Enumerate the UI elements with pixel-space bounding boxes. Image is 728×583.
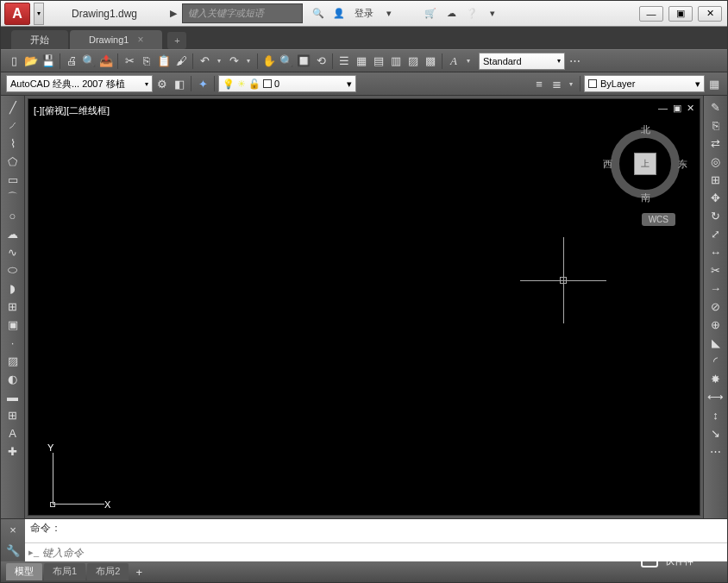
xline-icon[interactable]: ⟋ <box>4 117 22 133</box>
table-icon[interactable]: ⊞ <box>4 407 22 423</box>
maximize-button[interactable]: ▣ <box>668 6 693 22</box>
viewport-close-icon[interactable]: ✕ <box>687 103 694 114</box>
move-icon[interactable]: ✥ <box>707 190 725 205</box>
sheet-icon[interactable]: ▥ <box>388 53 404 69</box>
pan-icon[interactable]: ✋ <box>261 53 277 69</box>
layer-props-icon[interactable]: ✦ <box>195 76 210 91</box>
dim-icon[interactable]: ⟷ <box>707 389 725 404</box>
compass-west[interactable]: 西 <box>603 158 612 171</box>
viewcube[interactable]: 上 北 南 东 西 <box>606 125 684 203</box>
extend-icon[interactable]: → <box>707 280 725 296</box>
match-icon[interactable]: 🖌 <box>173 53 189 69</box>
add-tab-button[interactable]: + <box>167 32 186 49</box>
file-tab-start[interactable]: 开始 <box>11 30 68 49</box>
calc-icon[interactable]: ▩ <box>423 53 438 69</box>
help-icon[interactable]: ❔ <box>463 5 480 22</box>
layout-tab-model[interactable]: 模型 <box>6 563 42 580</box>
text-style-dropdown[interactable]: Standard▾ <box>479 53 565 70</box>
layer-dropdown[interactable]: 💡 ☀ 🔓 0 ▾ <box>218 75 356 92</box>
point-icon[interactable]: · <box>4 335 22 350</box>
search-box[interactable]: 键入关键字或短语 <box>182 3 303 23</box>
undo-icon[interactable]: ↶ <box>197 53 212 69</box>
ws-toggle-icon[interactable]: ◧ <box>172 76 187 91</box>
login-drop[interactable]: ▾ <box>380 5 398 22</box>
ellipsearc-icon[interactable]: ◗ <box>4 280 22 296</box>
cmd-config-icon[interactable]: 🔧 <box>4 543 22 559</box>
app-menu-dropdown[interactable]: ▾ <box>34 3 44 25</box>
redo-icon[interactable]: ↷ <box>226 53 242 69</box>
compass-north[interactable]: 北 <box>641 123 650 136</box>
revcloud-icon[interactable]: ☁ <box>4 226 22 241</box>
addsel-icon[interactable]: ✚ <box>4 443 22 459</box>
gradient-icon[interactable]: ◐ <box>4 371 22 386</box>
layout-tab-1[interactable]: 布局1 <box>44 563 85 580</box>
app-menu-button[interactable]: A <box>4 3 30 25</box>
scale-icon[interactable]: ⤢ <box>707 226 725 241</box>
array-icon[interactable]: ⊞ <box>707 172 725 187</box>
break-icon[interactable]: ⊘ <box>707 298 725 314</box>
pline-icon[interactable]: ⌇ <box>4 135 22 151</box>
search-icon[interactable]: 🔍 <box>310 5 327 22</box>
drawing-canvas[interactable]: [-][俯视][二维线框] — ▣ ✕ 上 北 南 东 西 WCS Y X <box>28 98 700 516</box>
mirror-icon[interactable]: ⇄ <box>707 135 725 151</box>
fillet-icon[interactable]: ◜ <box>707 353 725 368</box>
account-icon[interactable]: 👤 <box>330 5 348 22</box>
preview-icon[interactable]: 🔍 <box>81 53 97 69</box>
compass-east[interactable]: 东 <box>678 158 687 171</box>
arc-icon[interactable]: ⌒ <box>4 190 22 205</box>
layout-tab-2[interactable]: 布局2 <box>87 563 129 580</box>
tool-icon[interactable]: ▤ <box>371 53 386 69</box>
text-a-icon[interactable]: A <box>446 53 461 69</box>
exchange-icon[interactable]: 🛒 <box>422 5 439 22</box>
spline-icon[interactable]: ∿ <box>4 244 22 260</box>
zoomprev-icon[interactable]: ⟲ <box>313 53 329 69</box>
offset-icon[interactable]: ◎ <box>707 154 725 169</box>
viewcube-top[interactable]: 上 <box>634 153 656 175</box>
a360-icon[interactable]: ☁ <box>442 5 460 22</box>
erase-icon[interactable]: ✎ <box>707 99 725 115</box>
leader-icon[interactable]: ↘ <box>707 425 725 441</box>
login-button[interactable]: 登录 <box>351 7 377 20</box>
circle-icon[interactable]: ○ <box>4 208 22 223</box>
workspace-dropdown[interactable]: AutoCAD 经典... 2007 移植▾ <box>6 75 153 92</box>
design-icon[interactable]: ▦ <box>354 53 369 69</box>
trim-icon[interactable]: ✂ <box>707 262 725 278</box>
color-dropdown[interactable]: ByLayer▾ <box>584 75 705 92</box>
viewport-label[interactable]: [-][俯视][二维线框] <box>34 104 110 117</box>
properties-icon[interactable]: ☰ <box>336 53 352 69</box>
style-more-icon[interactable]: ⋯ <box>567 53 582 69</box>
dim2-icon[interactable]: ↕ <box>707 407 725 423</box>
copy2-icon[interactable]: ⎘ <box>707 117 725 133</box>
close-button[interactable]: ✕ <box>698 6 722 22</box>
zoom-icon[interactable]: 🔍 <box>279 53 294 69</box>
explode-icon[interactable]: ✸ <box>707 371 725 386</box>
layer-unsaved-icon[interactable]: ≡ <box>531 76 547 91</box>
viewport-minimize-icon[interactable]: — <box>658 103 668 114</box>
print-icon[interactable]: 🖨 <box>64 53 79 69</box>
command-input[interactable] <box>42 547 724 559</box>
open-icon[interactable]: 📂 <box>23 53 39 69</box>
title-arrow-icon[interactable]: ▶ <box>165 5 182 22</box>
layer-iso-icon[interactable]: ≣ <box>549 76 564 91</box>
region-icon[interactable]: ▬ <box>4 389 22 404</box>
join-icon[interactable]: ⊕ <box>707 317 725 332</box>
mtext-icon[interactable]: A <box>4 425 22 441</box>
rotate-icon[interactable]: ↻ <box>707 208 725 223</box>
color-pick-icon[interactable]: ▦ <box>706 76 722 91</box>
paste-icon[interactable]: 📋 <box>156 53 172 69</box>
cut-icon[interactable]: ✂ <box>122 53 137 69</box>
viewport-maximize-icon[interactable]: ▣ <box>673 103 681 114</box>
ellipse-icon[interactable]: ⬭ <box>4 262 22 278</box>
minimize-button[interactable]: — <box>639 6 663 22</box>
chamfer-icon[interactable]: ◣ <box>707 335 725 350</box>
file-tab-drawing1[interactable]: Drawing1× <box>70 30 162 49</box>
publish-icon[interactable]: 📤 <box>98 53 114 69</box>
insert-icon[interactable]: ⊞ <box>4 298 22 314</box>
block-icon[interactable]: ▣ <box>4 317 22 332</box>
ws-gear-icon[interactable]: ⚙ <box>154 76 170 91</box>
compass-south[interactable]: 南 <box>641 191 650 204</box>
cmd-close-icon[interactable]: × <box>4 522 22 537</box>
new-icon[interactable]: ▯ <box>6 53 22 69</box>
zoomwin-icon[interactable]: 🔲 <box>296 53 311 69</box>
help-drop[interactable]: ▾ <box>484 5 501 22</box>
